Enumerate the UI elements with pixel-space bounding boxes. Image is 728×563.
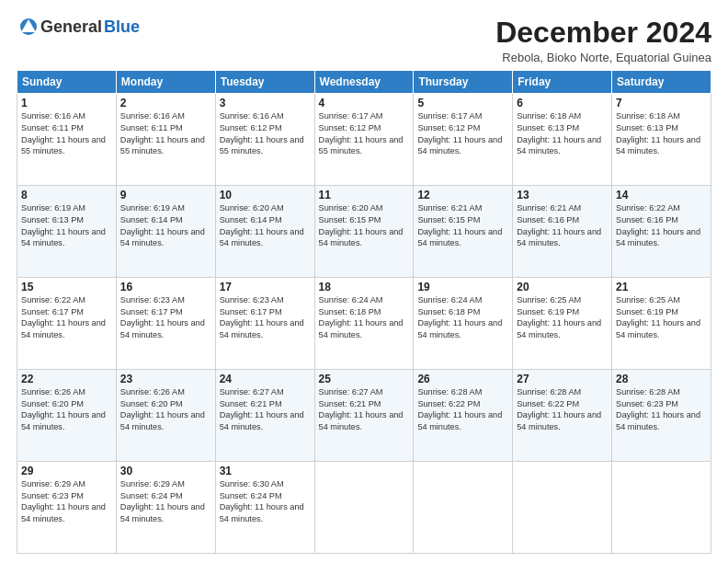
day-number: 7	[616, 97, 707, 109]
day-info: Sunrise: 6:27 AM Sunset: 6:21 PM Dayligh…	[319, 386, 410, 433]
table-row: 2 Sunrise: 6:16 AM Sunset: 6:11 PM Dayli…	[116, 94, 215, 186]
day-info: Sunrise: 6:28 AM Sunset: 6:22 PM Dayligh…	[417, 386, 508, 433]
day-number: 4	[319, 97, 410, 109]
day-info: Sunrise: 6:30 AM Sunset: 6:24 PM Dayligh…	[220, 478, 311, 525]
month-title: December 2024	[495, 17, 711, 49]
location: Rebola, Bioko Norte, Equatorial Guinea	[495, 51, 711, 64]
table-row: 15 Sunrise: 6:22 AM Sunset: 6:17 PM Dayl…	[17, 278, 117, 370]
day-info: Sunrise: 6:18 AM Sunset: 6:13 PM Dayligh…	[517, 110, 608, 157]
logo-icon	[18, 17, 39, 37]
day-info: Sunrise: 6:24 AM Sunset: 6:18 PM Dayligh…	[417, 294, 508, 341]
day-number: 13	[517, 189, 608, 201]
table-row: 31 Sunrise: 6:30 AM Sunset: 6:24 PM Dayl…	[215, 462, 314, 554]
col-tuesday: Tuesday	[215, 71, 314, 94]
day-number: 18	[319, 281, 410, 293]
day-number: 27	[517, 373, 608, 385]
table-row: 1 Sunrise: 6:16 AM Sunset: 6:11 PM Dayli…	[17, 94, 117, 186]
day-number: 12	[417, 189, 508, 201]
day-info: Sunrise: 6:25 AM Sunset: 6:19 PM Dayligh…	[616, 294, 707, 341]
day-number: 2	[120, 97, 211, 109]
col-thursday: Thursday	[414, 71, 513, 94]
day-number: 19	[417, 281, 508, 293]
day-number: 14	[616, 189, 707, 201]
calendar-header-row: Sunday Monday Tuesday Wednesday Thursday…	[17, 71, 711, 94]
day-number: 1	[21, 97, 112, 109]
col-friday: Friday	[513, 71, 612, 94]
calendar-week-row: 22 Sunrise: 6:26 AM Sunset: 6:20 PM Dayl…	[17, 370, 711, 462]
calendar-week-row: 29 Sunrise: 6:29 AM Sunset: 6:23 PM Dayl…	[17, 462, 711, 554]
day-info: Sunrise: 6:16 AM Sunset: 6:12 PM Dayligh…	[220, 110, 311, 157]
col-sunday: Sunday	[17, 71, 117, 94]
table-row: 18 Sunrise: 6:24 AM Sunset: 6:18 PM Dayl…	[314, 278, 414, 370]
table-row: 6 Sunrise: 6:18 AM Sunset: 6:13 PM Dayli…	[513, 94, 612, 186]
day-info: Sunrise: 6:19 AM Sunset: 6:14 PM Dayligh…	[120, 202, 211, 249]
day-info: Sunrise: 6:24 AM Sunset: 6:18 PM Dayligh…	[319, 294, 410, 341]
table-row: 26 Sunrise: 6:28 AM Sunset: 6:22 PM Dayl…	[414, 370, 513, 462]
title-block: December 2024 Rebola, Bioko Norte, Equat…	[495, 17, 711, 64]
table-row: 17 Sunrise: 6:23 AM Sunset: 6:17 PM Dayl…	[215, 278, 314, 370]
day-info: Sunrise: 6:28 AM Sunset: 6:22 PM Dayligh…	[517, 386, 608, 433]
table-row: 20 Sunrise: 6:25 AM Sunset: 6:19 PM Dayl…	[513, 278, 612, 370]
table-row: 8 Sunrise: 6:19 AM Sunset: 6:13 PM Dayli…	[17, 186, 117, 278]
day-number: 28	[616, 373, 707, 385]
day-info: Sunrise: 6:27 AM Sunset: 6:21 PM Dayligh…	[220, 386, 311, 433]
day-info: Sunrise: 6:22 AM Sunset: 6:16 PM Dayligh…	[616, 202, 707, 249]
logo-general: General	[40, 17, 102, 37]
table-row: 29 Sunrise: 6:29 AM Sunset: 6:23 PM Dayl…	[17, 462, 117, 554]
day-number: 23	[120, 373, 211, 385]
day-number: 24	[220, 373, 311, 385]
table-row: 13 Sunrise: 6:21 AM Sunset: 6:16 PM Dayl…	[513, 186, 612, 278]
day-number: 29	[21, 465, 112, 477]
table-row: 3 Sunrise: 6:16 AM Sunset: 6:12 PM Dayli…	[215, 94, 314, 186]
table-row: 7 Sunrise: 6:18 AM Sunset: 6:13 PM Dayli…	[612, 94, 711, 186]
day-number: 31	[220, 465, 311, 477]
table-row	[314, 462, 414, 554]
page: General Blue December 2024 Rebola, Bioko…	[0, 0, 728, 563]
table-row: 16 Sunrise: 6:23 AM Sunset: 6:17 PM Dayl…	[116, 278, 215, 370]
table-row: 25 Sunrise: 6:27 AM Sunset: 6:21 PM Dayl…	[314, 370, 414, 462]
calendar-week-row: 1 Sunrise: 6:16 AM Sunset: 6:11 PM Dayli…	[17, 94, 711, 186]
day-info: Sunrise: 6:17 AM Sunset: 6:12 PM Dayligh…	[417, 110, 508, 157]
day-info: Sunrise: 6:26 AM Sunset: 6:20 PM Dayligh…	[120, 386, 211, 433]
table-row: 12 Sunrise: 6:21 AM Sunset: 6:15 PM Dayl…	[414, 186, 513, 278]
table-row: 10 Sunrise: 6:20 AM Sunset: 6:14 PM Dayl…	[215, 186, 314, 278]
day-info: Sunrise: 6:20 AM Sunset: 6:15 PM Dayligh…	[319, 202, 410, 249]
day-info: Sunrise: 6:19 AM Sunset: 6:13 PM Dayligh…	[21, 202, 112, 249]
svg-rect-2	[25, 29, 32, 31]
table-row: 22 Sunrise: 6:26 AM Sunset: 6:20 PM Dayl…	[17, 370, 117, 462]
header: General Blue December 2024 Rebola, Bioko…	[17, 17, 711, 64]
day-info: Sunrise: 6:21 AM Sunset: 6:15 PM Dayligh…	[417, 202, 508, 249]
table-row: 14 Sunrise: 6:22 AM Sunset: 6:16 PM Dayl…	[612, 186, 711, 278]
calendar-week-row: 8 Sunrise: 6:19 AM Sunset: 6:13 PM Dayli…	[17, 186, 711, 278]
day-number: 20	[517, 281, 608, 293]
day-number: 11	[319, 189, 410, 201]
day-info: Sunrise: 6:17 AM Sunset: 6:12 PM Dayligh…	[319, 110, 410, 157]
day-number: 22	[21, 373, 112, 385]
calendar-table: Sunday Monday Tuesday Wednesday Thursday…	[17, 70, 711, 554]
day-info: Sunrise: 6:23 AM Sunset: 6:17 PM Dayligh…	[120, 294, 211, 341]
table-row: 5 Sunrise: 6:17 AM Sunset: 6:12 PM Dayli…	[414, 94, 513, 186]
col-saturday: Saturday	[612, 71, 711, 94]
day-info: Sunrise: 6:20 AM Sunset: 6:14 PM Dayligh…	[220, 202, 311, 249]
table-row: 23 Sunrise: 6:26 AM Sunset: 6:20 PM Dayl…	[116, 370, 215, 462]
table-row: 24 Sunrise: 6:27 AM Sunset: 6:21 PM Dayl…	[215, 370, 314, 462]
day-number: 6	[517, 97, 608, 109]
day-number: 9	[120, 189, 211, 201]
logo-blue: Blue	[104, 17, 140, 37]
day-number: 16	[120, 281, 211, 293]
table-row: 21 Sunrise: 6:25 AM Sunset: 6:19 PM Dayl…	[612, 278, 711, 370]
day-info: Sunrise: 6:22 AM Sunset: 6:17 PM Dayligh…	[21, 294, 112, 341]
logo: General Blue	[17, 17, 140, 37]
day-info: Sunrise: 6:28 AM Sunset: 6:23 PM Dayligh…	[616, 386, 707, 433]
table-row	[612, 462, 711, 554]
day-info: Sunrise: 6:29 AM Sunset: 6:23 PM Dayligh…	[21, 478, 112, 525]
day-number: 15	[21, 281, 112, 293]
day-info: Sunrise: 6:16 AM Sunset: 6:11 PM Dayligh…	[21, 110, 112, 157]
day-info: Sunrise: 6:23 AM Sunset: 6:17 PM Dayligh…	[220, 294, 311, 341]
day-number: 5	[417, 97, 508, 109]
col-wednesday: Wednesday	[314, 71, 414, 94]
day-number: 17	[220, 281, 311, 293]
table-row: 9 Sunrise: 6:19 AM Sunset: 6:14 PM Dayli…	[116, 186, 215, 278]
table-row: 4 Sunrise: 6:17 AM Sunset: 6:12 PM Dayli…	[314, 94, 414, 186]
table-row: 30 Sunrise: 6:29 AM Sunset: 6:24 PM Dayl…	[116, 462, 215, 554]
